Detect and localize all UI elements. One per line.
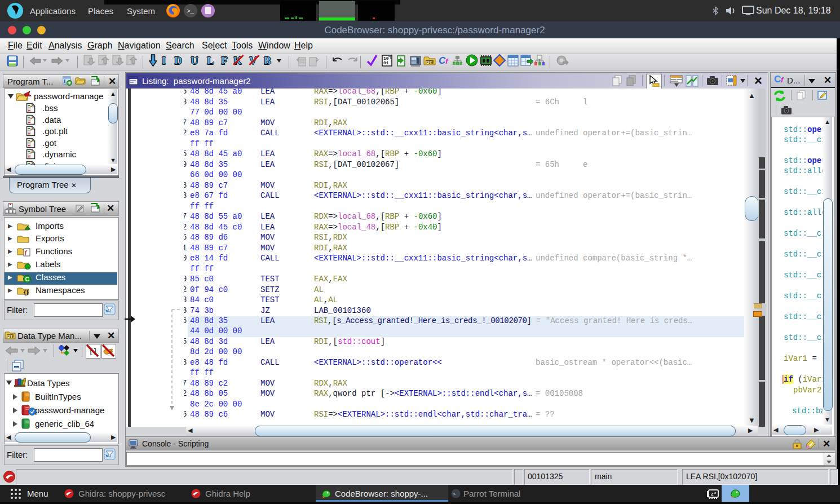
svg-text:DT: DT bbox=[7, 334, 13, 338]
svg-text:01: 01 bbox=[383, 60, 389, 65]
svg-text:>: > bbox=[453, 492, 456, 497]
svg-text:{}: {} bbox=[24, 289, 29, 295]
svg-text:z: z bbox=[714, 491, 716, 494]
svg-text:DT: DT bbox=[426, 60, 432, 65]
svg-text:>_: >_ bbox=[187, 8, 194, 15]
svg-text:z: z bbox=[711, 491, 714, 497]
svg-text:C: C bbox=[25, 276, 29, 282]
